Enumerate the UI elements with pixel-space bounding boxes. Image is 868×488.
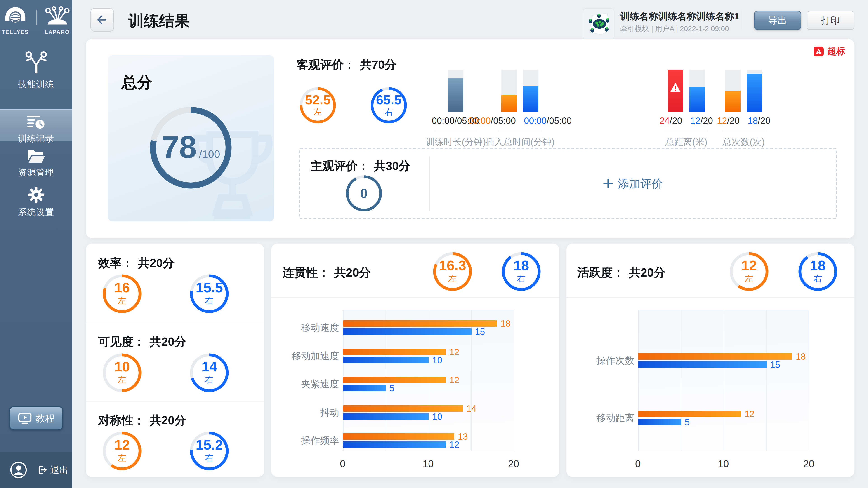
axis-tick-label: 20 xyxy=(803,458,814,470)
gauge-number: 15.5 xyxy=(196,281,223,295)
sidebar-item-system-settings[interactable]: 系统设置 xyxy=(0,187,72,218)
export-button[interactable]: 导出 xyxy=(754,11,801,30)
gauge-value: 16左 xyxy=(102,273,143,314)
chart-plot-area: 1815125 xyxy=(638,310,809,451)
gear-icon xyxy=(28,187,44,203)
metric-group-count: 12/2018/20总次数(次) xyxy=(685,70,802,148)
axis-tick-label: 0 xyxy=(635,458,641,470)
brand-tellyes: TELLYES xyxy=(1,6,30,35)
bar-left-value: 18 xyxy=(796,352,806,361)
total-score-card: 总分 78 /100 xyxy=(108,55,274,221)
results-summary-panel: 总分 78 /100 客观评价：共70分 52.5左 65.5右 00:00/0… xyxy=(86,39,855,238)
back-arrow-icon xyxy=(96,13,108,26)
training-records-icon xyxy=(27,115,46,129)
score-number: 78 xyxy=(161,129,197,165)
gauge-side-label: 右 xyxy=(517,273,526,285)
add-evaluation-button[interactable]: 添加评价 xyxy=(430,149,836,218)
avatar[interactable] xyxy=(10,461,27,479)
brand-laparo-label: LAPARO xyxy=(43,29,72,35)
gauge-value: 65.5右 xyxy=(370,86,408,124)
efficiency-gauge-left: 16左 xyxy=(102,273,143,314)
tutorial-video-icon xyxy=(18,412,31,424)
plus-icon xyxy=(602,178,613,189)
session-thumbnail xyxy=(583,8,614,40)
bar-left-value: 13 xyxy=(458,432,468,441)
app-root: TELLYES LAPARO xyxy=(0,0,868,488)
back-button[interactable] xyxy=(90,8,114,32)
visibility-gauge-left: 10左 xyxy=(102,352,143,393)
mini-bar-track xyxy=(523,70,538,112)
subjective-evaluation-box: 主观评价：共30分 0 添加评价 xyxy=(299,148,837,219)
gauge-value: 15.5右 xyxy=(189,273,230,314)
mini-bar-value: 18/20 xyxy=(748,116,770,126)
bar-left-value: 14 xyxy=(466,404,476,413)
tellyes-logo-icon xyxy=(2,6,28,27)
gauge-value: 15.2右 xyxy=(189,431,230,471)
brand-laparo: LAPARO xyxy=(43,6,72,35)
mini-bar-track xyxy=(501,70,517,112)
bar-left xyxy=(343,405,463,412)
gauge-value: 0 xyxy=(345,174,383,213)
skill-training-icon xyxy=(23,50,49,75)
activity-gauge-left: 12左 xyxy=(729,251,770,292)
add-evaluation-label: 添加评价 xyxy=(618,176,663,191)
coherence-title: 连贯性：共20分 xyxy=(283,265,371,281)
gauge-side-label: 左 xyxy=(745,273,753,285)
chart-plot-area: 1815121012514101312 xyxy=(343,310,514,451)
folder-icon xyxy=(27,149,45,163)
mini-group-divider xyxy=(498,131,541,131)
section-divider xyxy=(86,401,264,402)
sidebar-item-resource-management[interactable]: 资源管理 xyxy=(0,149,72,179)
bar-left xyxy=(343,320,497,327)
bar-right-value: 5 xyxy=(685,418,690,427)
bar-left xyxy=(638,411,741,417)
gauge-side-label: 右 xyxy=(205,374,214,386)
axis-tick-label: 10 xyxy=(423,458,434,470)
mini-bar-fill xyxy=(668,70,683,112)
efficiency-title: 效率：共20分 xyxy=(98,255,175,271)
bar-left xyxy=(343,349,446,355)
gauge-value: 12左 xyxy=(729,251,770,292)
gauge-number: 15.2 xyxy=(196,438,223,452)
sidebar-item-skill-training[interactable]: 技能训练 xyxy=(0,50,72,93)
chart-x-axis: 01020 xyxy=(343,458,514,470)
gauge-value: 10左 xyxy=(102,352,143,393)
mini-bar-track xyxy=(668,70,683,112)
gauge-side-label: 右 xyxy=(205,452,214,464)
mini-bar-values: 12/2018/20 xyxy=(685,116,802,126)
tutorial-button[interactable]: 教程 xyxy=(9,406,63,430)
sidebar-item-label: 资源管理 xyxy=(0,167,72,178)
brand-tellyes-label: TELLYES xyxy=(1,29,30,35)
section-divider xyxy=(86,323,264,323)
sidebar-item-training-records[interactable]: 训练记录 xyxy=(0,109,72,141)
objective-gauge-left: 52.5左 xyxy=(299,86,337,124)
mini-bar-fill xyxy=(501,95,517,112)
gauge-value: 14右 xyxy=(189,352,230,393)
gauge-value: 18右 xyxy=(798,251,838,292)
coherence-bar-chart: 移动速度移动加速度夹紧速度抖动操作频率181512101251410131201… xyxy=(280,310,515,473)
over-limit-warning-icon xyxy=(814,46,824,56)
bar-right-value: 10 xyxy=(432,355,442,364)
mini-bar-value: 24/20 xyxy=(659,116,682,126)
print-button[interactable]: 打印 xyxy=(807,11,855,30)
mini-bar-fill xyxy=(747,74,762,112)
category-label: 移动距离 xyxy=(596,412,634,424)
bar-right xyxy=(343,385,386,391)
category-label: 移动速度 xyxy=(301,321,339,334)
gridline xyxy=(723,310,724,451)
logout-button[interactable]: 退出 xyxy=(37,464,68,476)
visibility-title: 可见度：共20分 xyxy=(98,334,186,350)
axis-tick-label: 10 xyxy=(718,458,729,470)
visibility-gauge-right: 14右 xyxy=(189,352,230,393)
symmetry-gauge-left: 12左 xyxy=(102,431,143,471)
gauge-value: 18右 xyxy=(501,251,541,292)
gauge-side-label: 右 xyxy=(813,273,822,285)
mini-bar-value: 00:00/05:00 xyxy=(468,116,516,126)
axis-tick-label: 20 xyxy=(508,458,519,470)
sidebar-item-label: 训练记录 xyxy=(0,133,72,144)
mini-bars xyxy=(461,70,579,112)
mini-group-divider xyxy=(722,131,765,131)
subjective-gauge: 0 xyxy=(345,174,383,213)
gauge-number: 12 xyxy=(741,258,757,273)
training-module-image xyxy=(583,8,614,40)
